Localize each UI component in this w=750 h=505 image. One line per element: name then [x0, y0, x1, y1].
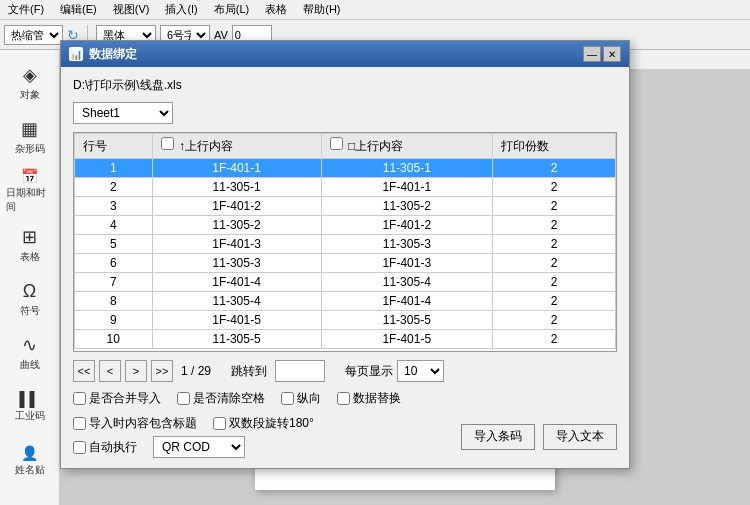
sidebar-label-industrial: 工业码 [15, 409, 45, 423]
sidebar-item-table[interactable]: ⊞ 表格 [5, 220, 55, 270]
data-replace-label: 数据替换 [353, 390, 401, 407]
pagination: << < > >> 1 / 29 跳转到 每页显示 10 20 50 100 [73, 360, 617, 382]
clear-spaces-label: 是否清除空格 [193, 390, 265, 407]
cell-rownum: 8 [75, 292, 153, 311]
options-row-3: 自动执行 QR COD QR CODE Data Matrix [73, 436, 314, 458]
dialog-close-button[interactable]: ✕ [603, 46, 621, 62]
menu-view[interactable]: 视图(V) [109, 2, 154, 17]
page-prev-button[interactable]: < [99, 360, 121, 382]
data-replace-checkbox[interactable] [337, 392, 350, 405]
cell-upper: 11-305-5 [152, 330, 321, 349]
table-row[interactable]: 8 11-305-4 1F-401-4 2 [75, 292, 616, 311]
industrial-icon: ▌▌ [20, 391, 40, 407]
menu-insert[interactable]: 插入(I) [161, 2, 201, 17]
option-data-replace[interactable]: 数据替换 [337, 390, 401, 407]
sidebar-item-nametag[interactable]: 👤 姓名贴 [5, 436, 55, 486]
dialog-body: D:\打印示例\线盘.xls Sheet1 Sheet2 Sheet3 行号 ↑… [61, 67, 629, 468]
vertical-checkbox[interactable] [281, 392, 294, 405]
option-clear-spaces[interactable]: 是否清除空格 [177, 390, 265, 407]
table-row[interactable]: 5 1F-401-3 11-305-3 2 [75, 235, 616, 254]
table-row[interactable]: 7 1F-401-4 11-305-4 2 [75, 273, 616, 292]
qr-type-combo[interactable]: QR COD QR CODE Data Matrix [153, 436, 245, 458]
cell-copies: 2 [492, 216, 615, 235]
table-row[interactable]: 6 11-305-3 1F-401-3 2 [75, 254, 616, 273]
table-row[interactable]: 2 11-305-1 1F-401-1 2 [75, 178, 616, 197]
cell-rownum: 7 [75, 273, 153, 292]
page-last-button[interactable]: >> [151, 360, 173, 382]
sidebar-item-symbol[interactable]: Ω 符号 [5, 274, 55, 324]
option-vertical[interactable]: 纵向 [281, 390, 321, 407]
cell-upper: 11-305-3 [152, 254, 321, 273]
cell-copies: 2 [492, 235, 615, 254]
cell-copies: 2 [492, 330, 615, 349]
option-include-headers[interactable]: 导入时内容包含标题 [73, 415, 197, 432]
sidebar-label-barcode: 杂形码 [15, 142, 45, 156]
col-header-upper[interactable]: ↑上行内容 [152, 134, 321, 159]
sheet-combo[interactable]: Sheet1 Sheet2 Sheet3 [73, 102, 173, 124]
sidebar-item-object[interactable]: ◈ 对象 [5, 58, 55, 108]
clear-spaces-checkbox[interactable] [177, 392, 190, 405]
sidebar-item-barcode[interactable]: ▦ 杂形码 [5, 112, 55, 162]
col-lower-label: □上行内容 [348, 139, 403, 153]
barcode-icon: ▦ [21, 118, 38, 140]
nametag-icon: 👤 [21, 445, 38, 461]
table-row[interactable]: 1 1F-401-1 11-305-1 2 [75, 159, 616, 178]
import-text-button[interactable]: 导入文本 [543, 424, 617, 450]
dialog-minimize-button[interactable]: — [583, 46, 601, 62]
cell-copies: 2 [492, 292, 615, 311]
dialog-titlebar: 📊 数据绑定 — ✕ [61, 41, 629, 67]
cell-rownum: 3 [75, 197, 153, 216]
col-header-lower[interactable]: □上行内容 [321, 134, 492, 159]
sidebar-item-datetime[interactable]: 📅 日期和时间 [5, 166, 55, 216]
options-row-1: 是否合并导入 是否清除空格 纵向 数据替换 [73, 390, 617, 407]
options-row-2: 导入时内容包含标题 双数段旋转180° [73, 415, 314, 432]
sidebar-item-industrial[interactable]: ▌▌ 工业码 [5, 382, 55, 432]
cell-rownum: 9 [75, 311, 153, 330]
col-upper-checkbox[interactable] [161, 137, 174, 150]
data-table-container: 行号 ↑上行内容 □上行内容 打印份数 1 1F-401 [73, 132, 617, 352]
menu-layout[interactable]: 布局(L) [210, 2, 253, 17]
sidebar-item-curve[interactable]: ∿ 曲线 [5, 328, 55, 378]
cell-lower: 11-305-5 [321, 311, 492, 330]
cell-upper: 1F-401-2 [152, 197, 321, 216]
perpage-combo[interactable]: 10 20 50 100 [397, 360, 444, 382]
page-first-button[interactable]: << [73, 360, 95, 382]
table-row[interactable]: 10 11-305-5 1F-401-5 2 [75, 330, 616, 349]
table-row[interactable]: 9 1F-401-5 11-305-5 2 [75, 311, 616, 330]
menu-edit[interactable]: 编辑(E) [56, 2, 101, 17]
menu-help[interactable]: 帮助(H) [299, 2, 344, 17]
page-next-button[interactable]: > [125, 360, 147, 382]
cell-rownum: 4 [75, 216, 153, 235]
rotate-180-label: 双数段旋转180° [229, 415, 314, 432]
action-buttons: 导入条码 导入文本 [461, 424, 617, 450]
auto-exec-checkbox[interactable] [73, 441, 86, 454]
cell-upper: 1F-401-3 [152, 235, 321, 254]
cell-rownum: 6 [75, 254, 153, 273]
sidebar-label-curve: 曲线 [20, 358, 40, 372]
option-auto-exec[interactable]: 自动执行 [73, 439, 137, 456]
toolbar-template-combo[interactable]: 热缩管 [4, 25, 63, 45]
goto-input[interactable] [275, 360, 325, 382]
include-headers-checkbox[interactable] [73, 417, 86, 430]
cell-lower: 1F-401-1 [321, 178, 492, 197]
auto-exec-label: 自动执行 [89, 439, 137, 456]
option-rotate-180[interactable]: 双数段旋转180° [213, 415, 314, 432]
cell-lower: 1F-401-2 [321, 216, 492, 235]
option-merge-import[interactable]: 是否合并导入 [73, 390, 161, 407]
merge-import-checkbox[interactable] [73, 392, 86, 405]
perpage-label: 每页显示 [345, 363, 393, 380]
cell-upper: 11-305-4 [152, 292, 321, 311]
table-row[interactable]: 3 1F-401-2 11-305-2 2 [75, 197, 616, 216]
table-row[interactable]: 4 11-305-2 1F-401-2 2 [75, 216, 616, 235]
menu-table[interactable]: 表格 [261, 2, 291, 17]
goto-label: 跳转到 [231, 363, 267, 380]
menu-file[interactable]: 文件(F) [4, 2, 48, 17]
col-lower-checkbox[interactable] [330, 137, 343, 150]
data-binding-dialog: 📊 数据绑定 — ✕ D:\打印示例\线盘.xls Sheet1 Sheet2 … [60, 40, 630, 469]
col-upper-label: ↑上行内容 [179, 139, 233, 153]
cell-copies: 2 [492, 311, 615, 330]
rotate-180-checkbox[interactable] [213, 417, 226, 430]
table-icon: ⊞ [22, 226, 37, 248]
import-qr-button[interactable]: 导入条码 [461, 424, 535, 450]
include-headers-label: 导入时内容包含标题 [89, 415, 197, 432]
